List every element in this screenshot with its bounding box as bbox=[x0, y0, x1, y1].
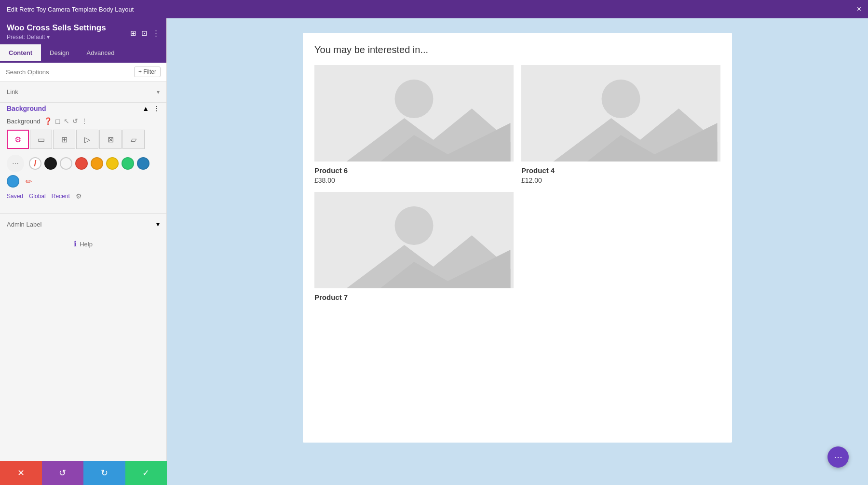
color-tab-gear-icon[interactable]: ⚙ bbox=[76, 192, 82, 200]
sidebar-content: Link ▾ Background ▲ ⋮ Background ❓ ◻ ↖ ↺ bbox=[0, 81, 166, 485]
color-swatch-blue[interactable] bbox=[7, 175, 19, 188]
sidebar: Woo Cross Sells Settings Preset: Default… bbox=[0, 18, 167, 485]
product-card-3[interactable]: Product 7 bbox=[314, 192, 514, 303]
redo-button[interactable]: ↻ bbox=[83, 461, 125, 485]
bg-type-video-button[interactable]: ▷ bbox=[76, 130, 98, 149]
tab-design[interactable]: Design bbox=[41, 44, 78, 63]
tab-content[interactable]: Content bbox=[0, 44, 41, 63]
background-section: Background ▲ ⋮ Background ❓ ◻ ↖ ↺ ⋮ bbox=[0, 105, 166, 205]
color-tab-saved[interactable]: Saved bbox=[7, 193, 23, 200]
bg-type-color-button[interactable]: ⚙ bbox=[7, 130, 29, 149]
bg-type-pattern-button[interactable]: ⊠ bbox=[99, 130, 122, 149]
background-label: Background bbox=[7, 118, 40, 125]
product-price-2: £12.00 bbox=[521, 176, 720, 184]
link-chevron-icon: ▾ bbox=[157, 89, 160, 95]
cancel-button[interactable]: ✕ bbox=[0, 461, 42, 485]
product-card-1[interactable]: Product 6 £38.00 bbox=[314, 65, 514, 184]
main-content: You may be interested in... Product 6 £3… bbox=[167, 18, 868, 485]
admin-label-title: Admin Label bbox=[7, 221, 41, 228]
color-tab-recent[interactable]: Recent bbox=[52, 193, 70, 200]
color-swatch-orange[interactable] bbox=[91, 157, 103, 170]
title-bar-text: Edit Retro Toy Camera Template Body Layo… bbox=[7, 6, 134, 13]
link-section-title: Link bbox=[7, 88, 18, 95]
bg-type-image-button[interactable]: ▭ bbox=[30, 130, 52, 149]
color-tab-global[interactable]: Global bbox=[29, 193, 46, 200]
search-bar: + Filter bbox=[0, 63, 166, 81]
close-icon[interactable]: × bbox=[857, 5, 861, 13]
copy-style-icon[interactable]: ◻ bbox=[55, 117, 61, 125]
color-swatch-red[interactable] bbox=[75, 157, 88, 170]
help-label: Help bbox=[80, 241, 93, 248]
bg-type-mask-button[interactable]: ▱ bbox=[122, 130, 145, 149]
undo-button[interactable]: ↺ bbox=[42, 461, 84, 485]
search-input[interactable] bbox=[6, 68, 134, 76]
product-grid: Product 6 £38.00 Product 4 £12.00 bbox=[314, 65, 720, 303]
save-button[interactable]: ✓ bbox=[125, 461, 167, 485]
color-swatch-transparent[interactable] bbox=[29, 157, 41, 170]
more-dots-button[interactable]: ⋯ bbox=[7, 155, 24, 172]
svg-point-9 bbox=[395, 206, 434, 245]
product-name-1: Product 6 bbox=[314, 166, 514, 175]
background-more-icon[interactable]: ⋮ bbox=[153, 105, 160, 112]
sidebar-preset[interactable]: Preset: Default ▾ bbox=[7, 34, 106, 40]
background-type-buttons: ⚙ ▭ ⊞ ▷ ⊠ ▱ bbox=[7, 130, 160, 149]
background-collapse-icon[interactable]: ▲ bbox=[142, 105, 149, 112]
svg-point-5 bbox=[602, 80, 640, 118]
copy-icon[interactable]: ⊞ bbox=[130, 29, 136, 38]
filter-button[interactable]: + Filter bbox=[134, 67, 161, 77]
title-bar: Edit Retro Toy Camera Template Body Layo… bbox=[0, 0, 868, 18]
sidebar-header-icons: ⊞ ⊡ ⋮ bbox=[130, 29, 160, 38]
more-icon[interactable]: ⋮ bbox=[152, 29, 160, 38]
product-area: You may be interested in... Product 6 £3… bbox=[303, 33, 732, 443]
color-palette: ⋯ ✏ bbox=[7, 155, 160, 188]
product-image-1 bbox=[314, 65, 514, 162]
product-image-2 bbox=[521, 65, 720, 162]
color-swatch-green[interactable] bbox=[122, 157, 134, 170]
admin-label-chevron-icon: ▾ bbox=[156, 220, 160, 228]
svg-point-1 bbox=[395, 80, 434, 118]
bottom-bar: ✕ ↺ ↻ ✓ bbox=[0, 461, 167, 485]
grid-icon[interactable]: ⊡ bbox=[141, 29, 148, 38]
help-icon: ℹ bbox=[74, 240, 77, 248]
help-circle-icon[interactable]: ❓ bbox=[44, 117, 52, 125]
product-price-1: £38.00 bbox=[314, 176, 514, 184]
sidebar-header: Woo Cross Sells Settings Preset: Default… bbox=[0, 18, 166, 44]
color-swatch-yellow[interactable] bbox=[106, 157, 119, 170]
background-section-header: Background ▲ ⋮ bbox=[7, 105, 160, 112]
color-swatch-white[interactable] bbox=[60, 157, 72, 170]
color-swatch-dark-blue[interactable] bbox=[137, 157, 149, 170]
pointer-icon[interactable]: ↖ bbox=[64, 117, 69, 125]
product-card-2[interactable]: Product 4 £12.00 bbox=[521, 65, 720, 184]
reset-icon[interactable]: ↺ bbox=[72, 117, 78, 125]
color-tabs: Saved Global Recent ⚙ bbox=[7, 192, 160, 200]
tabs: Content Design Advanced bbox=[0, 44, 166, 63]
product-name-2: Product 4 bbox=[521, 166, 720, 175]
help-section[interactable]: ℹ Help bbox=[0, 235, 166, 253]
background-icons: ❓ ◻ ↖ ↺ ⋮ bbox=[44, 117, 88, 125]
background-row: Background ❓ ◻ ↖ ↺ ⋮ bbox=[7, 117, 160, 125]
link-section-header[interactable]: Link ▾ bbox=[0, 81, 166, 100]
bg-type-gradient-button[interactable]: ⊞ bbox=[53, 130, 75, 149]
admin-label-section[interactable]: Admin Label ▾ bbox=[0, 213, 166, 235]
color-swatch-black[interactable] bbox=[44, 157, 57, 170]
product-area-title: You may be interested in... bbox=[314, 44, 720, 55]
tab-advanced[interactable]: Advanced bbox=[78, 44, 123, 63]
product-name-3: Product 7 bbox=[314, 293, 514, 301]
fab-button[interactable]: ⋯ bbox=[827, 446, 849, 468]
sidebar-title: Woo Cross Sells Settings bbox=[7, 23, 106, 33]
bg-more-icon[interactable]: ⋮ bbox=[81, 117, 88, 125]
background-section-title: Background bbox=[7, 105, 46, 112]
product-image-3 bbox=[314, 192, 514, 288]
color-pen-icon[interactable]: ✏ bbox=[22, 175, 35, 188]
